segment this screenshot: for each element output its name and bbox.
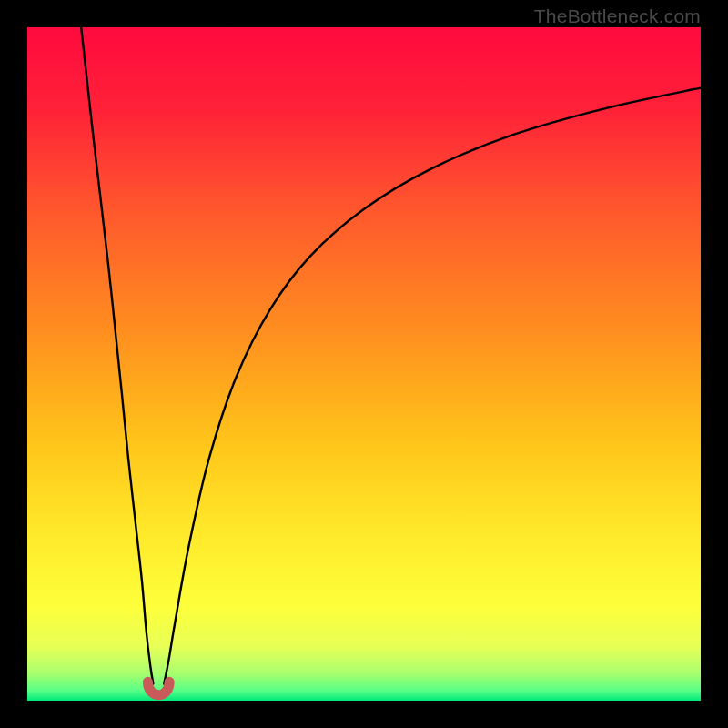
right-curve [164, 88, 701, 684]
watermark-text: TheBottleneck.com [534, 5, 701, 27]
plot-area [27, 27, 701, 701]
left-curve [81, 27, 153, 684]
chart-frame: TheBottleneck.com [0, 0, 728, 728]
trough-marker [147, 682, 169, 694]
curve-layer [27, 27, 701, 701]
